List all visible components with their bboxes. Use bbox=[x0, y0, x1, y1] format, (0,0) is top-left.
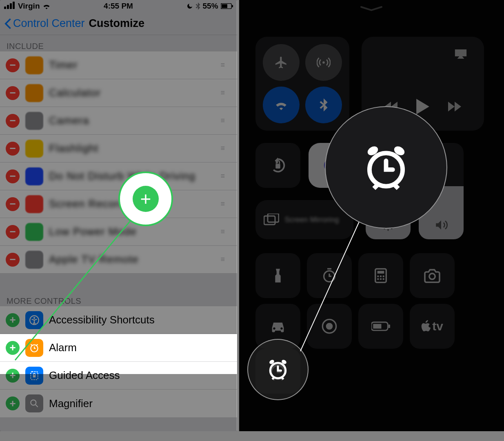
remove-button[interactable]: − bbox=[6, 86, 20, 100]
svg-point-22 bbox=[380, 278, 381, 280]
remove-button[interactable]: − bbox=[6, 253, 20, 267]
include-row[interactable]: − Flashlight ≡ bbox=[0, 135, 237, 163]
prev-track-icon[interactable] bbox=[384, 102, 398, 111]
dnd-driving-icon bbox=[25, 167, 43, 185]
more-row-magnifier[interactable]: + Magnifier bbox=[0, 390, 237, 417]
play-icon[interactable] bbox=[416, 99, 430, 114]
volume-slider[interactable] bbox=[419, 143, 464, 239]
remove-button[interactable]: − bbox=[6, 58, 20, 72]
svg-point-19 bbox=[380, 276, 381, 277]
bluetooth-toggle[interactable] bbox=[305, 87, 342, 123]
remove-button[interactable]: − bbox=[6, 197, 20, 211]
reorder-handle-icon[interactable]: ≡ bbox=[221, 116, 231, 125]
chevron-left-icon bbox=[4, 18, 11, 29]
row-label: Calculator bbox=[49, 87, 221, 99]
page-title: Customize bbox=[89, 17, 145, 30]
next-track-icon[interactable] bbox=[448, 102, 462, 111]
svg-point-26 bbox=[280, 327, 282, 330]
orientation-lock-toggle[interactable] bbox=[255, 143, 300, 188]
flashlight-icon bbox=[25, 140, 43, 158]
add-button[interactable]: + bbox=[6, 369, 20, 383]
row-label: Guided Access bbox=[49, 369, 231, 382]
apple-tv-label: tv bbox=[432, 319, 443, 333]
connectivity-module[interactable] bbox=[255, 37, 349, 131]
appletv-remote-icon bbox=[25, 251, 43, 269]
flashlight-button[interactable] bbox=[255, 253, 300, 298]
add-button[interactable]: + bbox=[6, 341, 20, 355]
airplay-icon[interactable] bbox=[454, 47, 468, 60]
accessibility-icon bbox=[25, 311, 43, 329]
reorder-handle-icon[interactable]: ≡ bbox=[221, 255, 231, 264]
row-label: Timer bbox=[49, 59, 221, 71]
include-row[interactable]: − Low Power Mode ≡ bbox=[0, 218, 237, 246]
reorder-handle-icon[interactable]: ≡ bbox=[221, 172, 231, 180]
svg-point-28 bbox=[326, 323, 333, 330]
camera-icon bbox=[25, 112, 43, 130]
cellular-data-toggle[interactable] bbox=[305, 44, 342, 81]
remove-button[interactable]: − bbox=[6, 114, 20, 128]
brightness-slider[interactable] bbox=[366, 143, 411, 239]
screen-mirroring-button[interactable]: Screen Mirroring bbox=[255, 200, 353, 239]
include-row[interactable]: − Do Not Disturb While Driving ≡ bbox=[0, 163, 237, 190]
control-center-pane: Screen Mirroring tv bbox=[239, 0, 504, 431]
reorder-handle-icon[interactable]: ≡ bbox=[221, 227, 231, 236]
include-row[interactable]: − Apple TV Remote ≡ bbox=[0, 246, 237, 274]
include-row[interactable]: − Camera ≡ bbox=[0, 107, 237, 135]
magnifier-icon bbox=[25, 394, 43, 412]
row-label: Accessibility Shortcuts bbox=[49, 314, 231, 326]
remove-button[interactable]: − bbox=[6, 225, 20, 239]
airplane-mode-toggle[interactable] bbox=[263, 44, 300, 81]
battery-icon bbox=[221, 3, 233, 9]
back-button-label: Control Center bbox=[13, 17, 85, 30]
add-button[interactable]: + bbox=[6, 396, 20, 410]
row-label: Magnifier bbox=[49, 397, 231, 410]
svg-rect-7 bbox=[33, 375, 36, 377]
calculator-button[interactable] bbox=[358, 253, 403, 298]
alarm-icon bbox=[25, 339, 43, 357]
remove-button[interactable]: − bbox=[6, 169, 20, 183]
add-button[interactable]: + bbox=[6, 313, 20, 327]
reorder-handle-icon[interactable]: ≡ bbox=[221, 144, 231, 153]
screen-recording-icon bbox=[25, 195, 43, 213]
battery-percent-label: 55% bbox=[203, 2, 218, 11]
carplay-button[interactable] bbox=[255, 304, 300, 349]
include-row[interactable]: − Calculator ≡ bbox=[0, 79, 237, 107]
svg-rect-2 bbox=[232, 5, 233, 7]
reorder-handle-icon[interactable]: ≡ bbox=[221, 200, 231, 208]
timer-button[interactable] bbox=[307, 253, 352, 298]
row-label: Apple TV Remote bbox=[49, 253, 221, 266]
svg-rect-1 bbox=[221, 4, 227, 8]
remove-button[interactable]: − bbox=[6, 142, 20, 156]
svg-point-20 bbox=[382, 276, 384, 277]
low-power-button[interactable] bbox=[358, 304, 403, 349]
row-label: Camera bbox=[49, 114, 221, 127]
wifi-icon bbox=[42, 3, 51, 9]
svg-rect-30 bbox=[373, 324, 381, 329]
more-row-guided-access[interactable]: + Guided Access bbox=[0, 362, 237, 390]
reorder-handle-icon[interactable]: ≡ bbox=[221, 61, 231, 69]
include-row[interactable]: − Timer ≡ bbox=[0, 51, 237, 79]
chevron-down-icon[interactable] bbox=[359, 6, 384, 12]
row-label: Flashlight bbox=[49, 142, 221, 155]
do-not-disturb-toggle[interactable] bbox=[309, 143, 353, 188]
media-module[interactable] bbox=[362, 37, 484, 131]
apple-tv-button[interactable]: tv bbox=[410, 304, 455, 349]
settings-customize-pane: Virgin 4:55 PM 55% bbox=[0, 0, 237, 431]
svg-point-18 bbox=[377, 276, 379, 277]
plus-icon: + bbox=[133, 186, 159, 212]
more-row-alarm[interactable]: + Alarm bbox=[0, 334, 237, 362]
back-button[interactable]: Control Center bbox=[4, 17, 85, 30]
status-bar: Virgin 4:55 PM 55% bbox=[0, 0, 237, 12]
low-power-icon bbox=[25, 223, 43, 241]
svg-point-10 bbox=[322, 61, 325, 64]
alarm-control-button[interactable] bbox=[255, 349, 300, 394]
wifi-toggle[interactable] bbox=[263, 87, 300, 123]
camera-button[interactable] bbox=[410, 253, 455, 298]
bluetooth-icon bbox=[195, 2, 200, 10]
callout-add-button-zoom: + bbox=[118, 172, 173, 226]
svg-point-25 bbox=[273, 327, 275, 330]
more-row-accessibility[interactable]: + Accessibility Shortcuts bbox=[0, 306, 237, 334]
screen-record-button[interactable] bbox=[307, 304, 352, 349]
svg-rect-11 bbox=[275, 164, 280, 169]
reorder-handle-icon[interactable]: ≡ bbox=[221, 89, 231, 97]
